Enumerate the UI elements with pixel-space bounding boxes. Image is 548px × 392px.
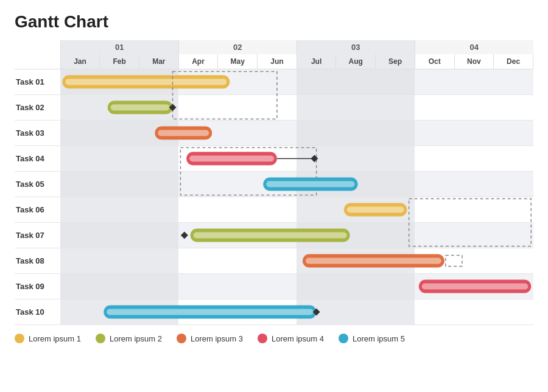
month-mar: Mar — [139, 54, 179, 69]
grid-cell-row10-col9 — [376, 299, 415, 325]
gantt-chart: 01 02 03 04 Jan Feb Mar Apr May Jun Jul … — [15, 40, 533, 325]
grid-cell-row4-col1 — [60, 146, 100, 172]
grid-cell-row9-col11 — [454, 274, 494, 299]
grid-cell-row3-col12 — [494, 121, 533, 146]
grid-cell-row10-col12 — [494, 299, 533, 325]
grid-cell-row3-col5 — [218, 121, 258, 146]
grid-cell-row8-col7 — [297, 248, 336, 274]
gantt-row-5: Task 05 — [15, 172, 533, 197]
grid-cell-row6-col1 — [60, 197, 100, 223]
grid-cell-row3-col4 — [178, 121, 218, 146]
legend-label-3: Lorem ipsum 3 — [191, 334, 243, 343]
legend-dot-4 — [258, 334, 267, 343]
grid-cell-row7-col1 — [60, 223, 100, 248]
grid-cell-row2-col11 — [454, 95, 494, 121]
grid-cell-row1-col4 — [178, 69, 218, 95]
quarter-04: 04 — [415, 40, 533, 54]
grid-cell-row10-col6 — [258, 299, 297, 325]
grid-cell-row10-col5 — [218, 299, 258, 325]
legend: Lorem ipsum 1 Lorem ipsum 2 Lorem ipsum … — [15, 334, 533, 343]
month-nov: Nov — [454, 54, 494, 69]
task-label-2: Task 02 — [15, 95, 60, 121]
legend-item-1: Lorem ipsum 1 — [15, 334, 81, 343]
gantt-table: 01 02 03 04 Jan Feb Mar Apr May Jun Jul … — [15, 40, 533, 325]
legend-label-1: Lorem ipsum 1 — [29, 334, 81, 343]
grid-cell-row7-col5 — [218, 223, 258, 248]
grid-cell-row8-col2 — [100, 248, 139, 274]
grid-cell-row10-col10 — [415, 299, 454, 325]
quarter-03: 03 — [297, 40, 415, 54]
task-label-1: Task 01 — [15, 69, 60, 95]
grid-cell-row4-col6 — [258, 146, 297, 172]
grid-cell-row2-col8 — [336, 95, 376, 121]
grid-cell-row2-col1 — [60, 95, 100, 121]
grid-cell-row3-col11 — [454, 121, 494, 146]
grid-cell-row3-col7 — [297, 121, 336, 146]
grid-cell-row3-col1 — [60, 121, 100, 146]
grid-cell-row2-col3 — [139, 95, 179, 121]
grid-cell-row5-col6 — [258, 172, 297, 197]
grid-cell-row7-col6 — [258, 223, 297, 248]
grid-cell-row3-col8 — [336, 121, 376, 146]
grid-cell-row1-col8 — [336, 69, 376, 95]
legend-dot-1 — [15, 334, 24, 343]
grid-cell-row7-col10 — [415, 223, 454, 248]
grid-cell-row8-col11 — [454, 248, 494, 274]
grid-cell-row10-col8 — [336, 299, 376, 325]
grid-cell-row10-col1 — [60, 299, 100, 325]
grid-cell-row10-col11 — [454, 299, 494, 325]
grid-cell-row8-col1 — [60, 248, 100, 274]
month-jun: Jun — [258, 54, 297, 69]
month-header-row: Jan Feb Mar Apr May Jun Jul Aug Sep Oct … — [15, 54, 533, 69]
grid-cell-row1-col7 — [297, 69, 336, 95]
month-task-header — [15, 54, 60, 69]
grid-cell-row2-col9 — [376, 95, 415, 121]
grid-cell-row1-col10 — [415, 69, 454, 95]
grid-cell-row8-col8 — [336, 248, 376, 274]
month-jul: Jul — [297, 54, 336, 69]
grid-cell-row4-col11 — [454, 146, 494, 172]
month-aug: Aug — [336, 54, 376, 69]
grid-cell-row1-col3 — [139, 69, 179, 95]
grid-cell-row1-col1 — [60, 69, 100, 95]
grid-cell-row5-col9 — [376, 172, 415, 197]
grid-cell-row8-col4 — [178, 248, 218, 274]
grid-cell-row1-col9 — [376, 69, 415, 95]
grid-cell-row7-col9 — [376, 223, 415, 248]
quarter-02: 02 — [178, 40, 297, 54]
grid-cell-row9-col6 — [258, 274, 297, 299]
task-label-3: Task 03 — [15, 121, 60, 146]
grid-cell-row7-col11 — [454, 223, 494, 248]
grid-cell-row6-col3 — [139, 197, 179, 223]
grid-cell-row10-col3 — [139, 299, 179, 325]
grid-cell-row7-col12 — [494, 223, 533, 248]
task-label-8: Task 08 — [15, 248, 60, 274]
grid-cell-row7-col4 — [178, 223, 218, 248]
grid-cell-row4-col5 — [218, 146, 258, 172]
gantt-row-10: Task 10 — [15, 299, 533, 325]
grid-cell-row1-col5 — [218, 69, 258, 95]
gantt-row-2: Task 02 — [15, 95, 533, 121]
grid-cell-row10-col2 — [100, 299, 139, 325]
grid-cell-row3-col3 — [139, 121, 179, 146]
grid-cell-row4-col12 — [494, 146, 533, 172]
grid-cell-row4-col7 — [297, 146, 336, 172]
grid-cell-row3-col9 — [376, 121, 415, 146]
grid-cell-row5-col4 — [178, 172, 218, 197]
grid-cell-row5-col3 — [139, 172, 179, 197]
grid-cell-row9-col4 — [178, 274, 218, 299]
grid-cell-row5-col10 — [415, 172, 454, 197]
month-may: May — [218, 54, 258, 69]
gantt-row-3: Task 03 — [15, 121, 533, 146]
month-feb: Feb — [100, 54, 139, 69]
quarter-header-row: 01 02 03 04 — [15, 40, 533, 54]
grid-cell-row5-col5 — [218, 172, 258, 197]
legend-label-2: Lorem ipsum 2 — [110, 334, 162, 343]
grid-cell-row4-col3 — [139, 146, 179, 172]
grid-cell-row10-col4 — [178, 299, 218, 325]
legend-dot-2 — [96, 334, 105, 343]
grid-cell-row1-col2 — [100, 69, 139, 95]
grid-cell-row8-col12 — [494, 248, 533, 274]
grid-cell-row2-col4 — [178, 95, 218, 121]
legend-item-5: Lorem ipsum 5 — [339, 334, 405, 343]
